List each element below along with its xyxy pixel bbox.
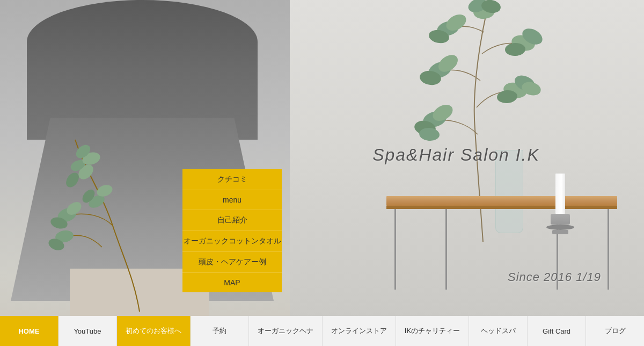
nav-head-spa[interactable]: ヘッドスパ xyxy=(469,316,528,346)
svg-point-19 xyxy=(496,89,518,104)
dropdown-menu: クチコミ menu 自己紹介 オーガニックコットンタオル 頭皮・ヘアケアー例 M… xyxy=(182,169,282,292)
svg-point-30 xyxy=(473,4,495,19)
svg-point-22 xyxy=(419,69,442,86)
dropdown-item-map[interactable]: MAP xyxy=(182,273,282,292)
svg-point-13 xyxy=(421,109,448,129)
candle-assembly xyxy=(546,174,574,234)
svg-point-16 xyxy=(419,127,440,141)
svg-point-20 xyxy=(521,80,543,97)
svg-point-26 xyxy=(505,42,526,56)
dropdown-item-menu[interactable]: menu xyxy=(182,190,282,210)
nav-organic-henna[interactable]: オーガニックヘナ xyxy=(249,316,323,346)
dropdown-item-haircare[interactable]: 頭皮・ヘアケアー例 xyxy=(182,252,282,273)
salon-title: Spa&Hair Salon I.K xyxy=(284,145,628,165)
svg-point-31 xyxy=(466,0,489,15)
hero-section: Spa&Hair Salon I.K Since 2016 1/19 クチコミ … xyxy=(0,0,644,346)
svg-point-32 xyxy=(480,0,502,15)
nav-first-time[interactable]: 初めてのお客様へ xyxy=(117,316,191,346)
svg-point-24 xyxy=(510,33,537,53)
dropdown-item-review[interactable]: クチコミ xyxy=(182,169,282,190)
svg-point-29 xyxy=(443,11,469,34)
svg-point-21 xyxy=(427,59,454,81)
navbar: HOME YouTube 初めてのお客様へ 予約 オーガニックヘナ オンラインス… xyxy=(0,316,644,346)
svg-point-17 xyxy=(502,81,528,99)
svg-point-27 xyxy=(435,19,460,38)
svg-point-25 xyxy=(519,25,545,48)
nav-reservation[interactable]: 予約 xyxy=(191,316,249,346)
svg-point-18 xyxy=(512,73,537,94)
nav-gift-card[interactable]: Gift Card xyxy=(528,316,586,346)
nav-home[interactable]: HOME xyxy=(0,316,58,346)
nav-blog[interactable]: ブログ xyxy=(586,316,644,346)
dropdown-item-self-intro[interactable]: 自己紹介 xyxy=(182,210,282,231)
dropdown-item-organic-towel[interactable]: オーガニックコットンタオル xyxy=(182,231,282,252)
svg-point-15 xyxy=(430,102,456,125)
svg-point-28 xyxy=(428,28,450,45)
nav-youtube[interactable]: YouTube xyxy=(58,316,117,346)
svg-point-14 xyxy=(413,119,437,137)
still-life xyxy=(295,0,644,346)
nav-ik-charity[interactable]: IKのチャリティー xyxy=(396,316,469,346)
svg-point-23 xyxy=(435,52,461,75)
nav-online-store[interactable]: オンラインストア xyxy=(323,316,396,346)
since-text: Since 2016 1/19 xyxy=(508,270,601,284)
